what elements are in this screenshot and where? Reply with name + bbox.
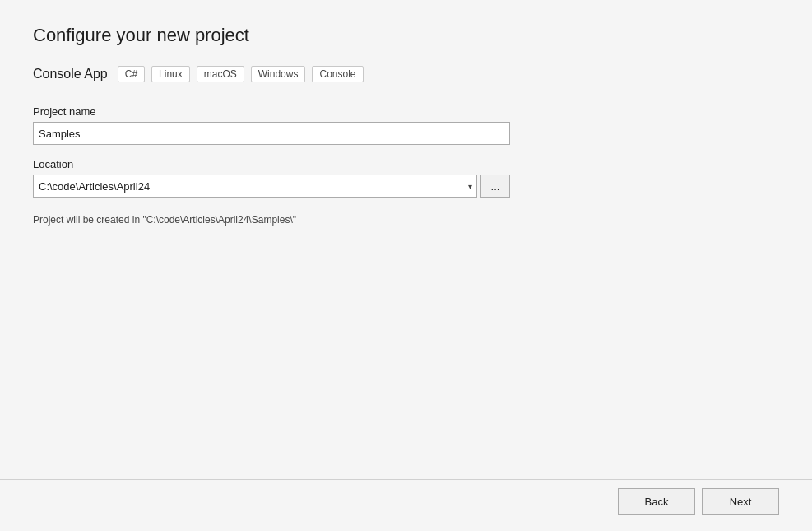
app-type-name: Console App bbox=[33, 67, 108, 82]
project-name-input[interactable] bbox=[33, 122, 510, 145]
tag-macos: macOS bbox=[197, 66, 244, 82]
tag-console: Console bbox=[312, 66, 363, 82]
location-group: Location C:\code\Articles\April24 ▾ ... bbox=[33, 158, 510, 198]
browse-button[interactable]: ... bbox=[480, 175, 510, 198]
tag-linux: Linux bbox=[151, 66, 190, 82]
form-section: Project name Location C:\code\Articles\A… bbox=[33, 105, 510, 226]
page-title: Configure your new project bbox=[33, 25, 779, 46]
project-path-info: Project will be created in "C:\code\Arti… bbox=[33, 214, 510, 226]
location-select-wrapper: C:\code\Articles\April24 ▾ bbox=[33, 175, 477, 198]
next-button[interactable]: Next bbox=[702, 488, 779, 515]
tag-csharp: C# bbox=[118, 66, 145, 82]
tag-windows: Windows bbox=[251, 66, 306, 82]
app-type-row: Console App C# Linux macOS Windows Conso… bbox=[33, 66, 779, 82]
location-label: Location bbox=[33, 158, 510, 170]
location-select[interactable]: C:\code\Articles\April24 bbox=[33, 175, 477, 198]
project-name-label: Project name bbox=[33, 105, 510, 118]
back-button[interactable]: Back bbox=[618, 488, 695, 515]
bottom-divider bbox=[0, 479, 812, 480]
project-name-group: Project name bbox=[33, 105, 510, 145]
page-container: Configure your new project Console App C… bbox=[0, 0, 812, 531]
location-row: C:\code\Articles\April24 ▾ ... bbox=[33, 175, 510, 198]
bottom-bar: Back Next bbox=[618, 488, 779, 515]
